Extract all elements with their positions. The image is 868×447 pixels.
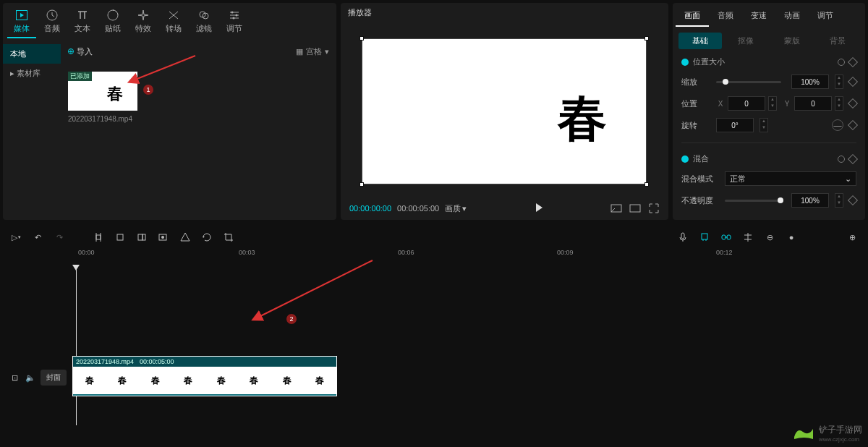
film-icon [15, 9, 28, 22]
view-mode-toggle[interactable]: ▦ 宫格 ▾ [296, 46, 329, 57]
time-ruler[interactable]: 00:00 00:03 00:06 00:09 00:12 [72, 249, 862, 263]
cut-left-icon[interactable] [136, 231, 148, 243]
media-thumbnail[interactable]: 已添加 春 202203171948.mp4 [68, 72, 137, 123]
prop-tab-audio[interactable]: 音频 [709, 6, 742, 27]
checkbox-blend[interactable] [681, 156, 689, 163]
tab-sticker[interactable]: 贴纸 [98, 6, 127, 38]
section-title: 位置大小 [693, 56, 725, 67]
subtab-basic[interactable]: 基础 [678, 33, 722, 49]
view-label: 宫格 [306, 46, 322, 57]
play-button[interactable] [534, 203, 544, 214]
sidebar-item-library[interactable]: ▸ 素材库 [3, 64, 61, 83]
subtab-background[interactable]: 背景 [817, 33, 860, 49]
keyframe-icon[interactable] [848, 153, 858, 163]
undo-icon[interactable]: ↶ [32, 231, 43, 243]
sidebar-item-label: 素材库 [17, 69, 41, 77]
magnet-on-icon[interactable] [699, 231, 710, 243]
tab-label: 转场 [166, 23, 182, 34]
svg-rect-16 [681, 233, 684, 239]
zoom-in-icon[interactable]: ⊕ [846, 231, 858, 243]
blend-mode-select[interactable]: 正常⌄ [725, 171, 856, 186]
tab-transition[interactable]: 转场 [159, 6, 188, 38]
quality-dropdown[interactable]: 画质 ▾ [445, 203, 467, 214]
opacity-slider[interactable] [725, 200, 781, 202]
scale-value[interactable]: 100% [791, 74, 829, 89]
scale-slider[interactable] [716, 81, 781, 83]
plus-icon: + [68, 48, 74, 54]
pos-y[interactable]: 0 [794, 96, 832, 111]
timeline-clip[interactable]: 202203171948.mp4 00:00:05:00 春春春春 春春春春 [72, 356, 337, 396]
keyframe-icon[interactable] [848, 77, 858, 87]
sidebar-item-local[interactable]: 本地 [3, 44, 61, 64]
subtab-mask[interactable]: 蒙版 [770, 33, 814, 49]
svg-rect-11 [117, 234, 123, 240]
mic-icon[interactable] [677, 231, 689, 243]
chevron-down-icon: ▾ [462, 204, 467, 213]
keyframe-icon[interactable] [848, 195, 858, 205]
label-rotation: 旋转 [681, 120, 710, 131]
svg-point-6 [236, 14, 238, 17]
media-panel: 媒体 音频 文本 贴纸 特效 转场 [3, 3, 336, 220]
delete-icon[interactable] [114, 231, 126, 243]
tab-adjust[interactable]: 调节 [220, 6, 249, 38]
checkbox-position-size[interactable] [681, 59, 689, 66]
opacity-stepper[interactable]: ▲▼ [835, 193, 843, 208]
tracks-area[interactable]: ⊡ 🔈 封面 202203171948.mp4 00:00:05:00 春春春春… [6, 266, 862, 425]
prop-tab-speed[interactable]: 变速 [742, 6, 775, 27]
tab-audio[interactable]: 音频 [38, 6, 67, 38]
cover-button[interactable]: 封面 [41, 370, 67, 386]
opacity-value[interactable]: 100% [791, 193, 829, 208]
reset-icon[interactable] [838, 59, 845, 66]
tab-text[interactable]: 文本 [68, 6, 97, 38]
ratio-icon[interactable] [629, 203, 641, 214]
mute-icon[interactable]: 🔈 [25, 372, 36, 383]
sparkle-icon [137, 9, 150, 22]
player-canvas[interactable]: 春 [362, 39, 646, 184]
sticker-icon [106, 9, 119, 22]
rotation-value[interactable]: 0° [716, 118, 754, 132]
reset-icon[interactable] [838, 156, 845, 163]
keyframe-icon[interactable] [848, 120, 858, 130]
watermark-logo [793, 426, 814, 440]
tab-media[interactable]: 媒体 [7, 6, 36, 38]
zoom-slider-icon[interactable]: ● [786, 231, 797, 243]
grid-icon: ▦ [296, 47, 303, 56]
reverse-icon[interactable] [201, 231, 213, 243]
watermark-brand: 铲子手游网 [819, 424, 862, 436]
prop-tab-animation[interactable]: 动画 [775, 6, 809, 27]
keyframe-icon[interactable] [848, 56, 858, 67]
x-stepper[interactable]: ▲▼ [768, 96, 777, 111]
svg-point-7 [233, 17, 235, 20]
split-icon[interactable] [93, 231, 104, 243]
align-icon[interactable] [742, 231, 754, 243]
import-button[interactable]: + 导入 [68, 46, 93, 57]
timeline: ▷▾ ↶ ↷ ⊖ ● ⊕ 00:00 00:03 00:06 00:09 0 [0, 226, 868, 425]
tab-filter[interactable]: 滤镜 [190, 6, 218, 38]
tab-effects[interactable]: 特效 [129, 6, 158, 38]
pos-x[interactable]: 0 [728, 96, 765, 111]
keyframe-icon[interactable] [848, 98, 858, 108]
tab-label: 调节 [226, 23, 242, 34]
label-position: 位置 [681, 98, 710, 109]
prop-tab-picture[interactable]: 画面 [676, 6, 709, 27]
y-stepper[interactable]: ▲▼ [835, 96, 843, 111]
selection-tool-icon[interactable]: ▷▾ [10, 231, 22, 243]
svg-rect-9 [630, 205, 640, 212]
fullscreen-icon[interactable] [648, 203, 660, 214]
crop-icon[interactable] [223, 231, 234, 243]
tab-label: 音频 [44, 23, 60, 34]
lock-icon[interactable]: ⊡ [9, 372, 20, 383]
zoom-out-icon[interactable]: ⊖ [764, 231, 775, 243]
flip-icon[interactable]: — [832, 119, 843, 131]
warn-icon[interactable] [179, 231, 191, 243]
record-icon[interactable] [158, 231, 169, 243]
prop-tab-adjust[interactable]: 调节 [809, 6, 842, 27]
chevron-down-icon: ⌄ [845, 174, 851, 184]
rotation-stepper[interactable]: ▲▼ [760, 118, 768, 132]
scale-icon[interactable] [610, 203, 622, 214]
subtab-cutout[interactable]: 抠像 [725, 33, 768, 49]
link-icon[interactable] [720, 231, 732, 243]
playhead[interactable] [76, 266, 77, 425]
redo-icon[interactable]: ↷ [54, 231, 65, 243]
scale-stepper[interactable]: ▲▼ [835, 74, 843, 89]
